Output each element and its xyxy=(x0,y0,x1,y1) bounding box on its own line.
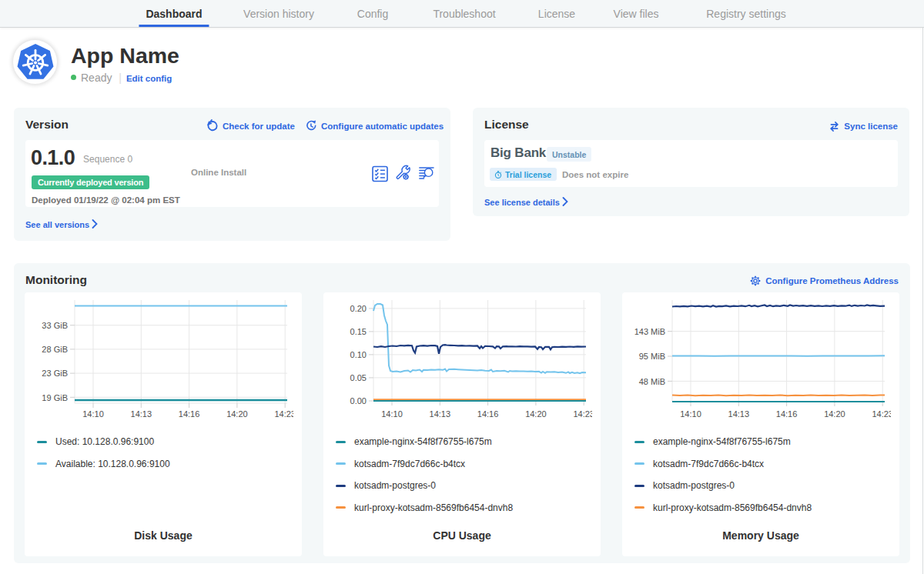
svg-text:14:10: 14:10 xyxy=(82,409,104,419)
svg-text:14:23: 14:23 xyxy=(573,409,592,419)
svg-text:14:20: 14:20 xyxy=(226,409,248,419)
svg-text:0.05: 0.05 xyxy=(350,373,367,382)
svg-text:14:16: 14:16 xyxy=(477,409,499,419)
svg-text:14:13: 14:13 xyxy=(728,409,750,419)
svg-text:28 GiB: 28 GiB xyxy=(42,345,68,354)
svg-text:14:13: 14:13 xyxy=(430,409,451,419)
svg-text:143 MiB: 143 MiB xyxy=(634,327,665,336)
svg-text:0.00: 0.00 xyxy=(350,396,367,405)
svg-text:14:16: 14:16 xyxy=(179,409,200,419)
svg-text:14:23: 14:23 xyxy=(274,409,293,419)
svg-text:23 GiB: 23 GiB xyxy=(42,369,68,378)
svg-text:95 MiB: 95 MiB xyxy=(639,352,665,361)
svg-text:14:23: 14:23 xyxy=(872,409,891,419)
svg-text:14:20: 14:20 xyxy=(525,409,547,419)
svg-text:0.10: 0.10 xyxy=(350,350,367,359)
svg-text:48 MiB: 48 MiB xyxy=(639,377,665,386)
svg-text:14:16: 14:16 xyxy=(776,409,798,419)
svg-text:14:10: 14:10 xyxy=(680,409,701,419)
svg-text:0.20: 0.20 xyxy=(350,304,367,313)
svg-text:14:10: 14:10 xyxy=(381,409,403,419)
svg-text:19 GiB: 19 GiB xyxy=(42,393,68,402)
svg-text:14:13: 14:13 xyxy=(131,409,152,419)
svg-text:0.15: 0.15 xyxy=(350,327,367,336)
svg-text:33 GiB: 33 GiB xyxy=(42,321,68,330)
svg-text:14:20: 14:20 xyxy=(824,409,845,419)
